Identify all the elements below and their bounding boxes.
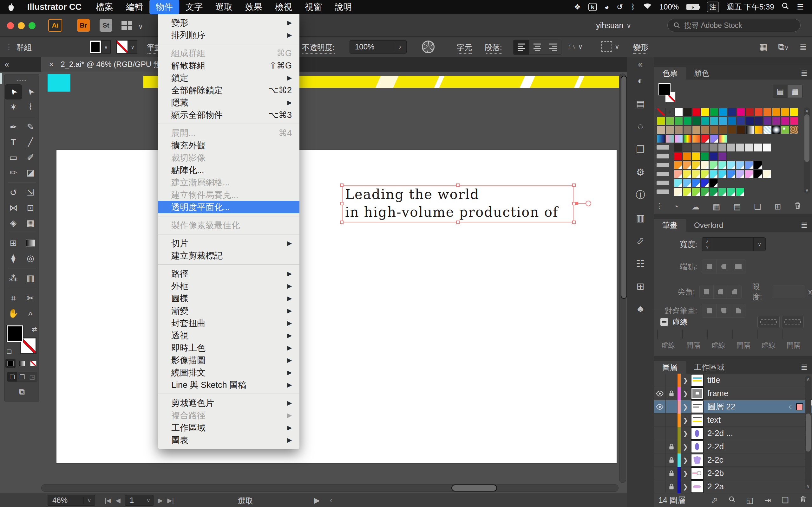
swatch[interactable] <box>745 108 754 116</box>
gradient-tool[interactable] <box>22 235 39 250</box>
swatch[interactable] <box>781 117 790 125</box>
scale-tool[interactable]: ⇲ <box>22 185 39 200</box>
object-menu-item[interactable]: 圖表▶ <box>158 434 299 446</box>
swatch[interactable] <box>665 134 674 143</box>
swatch[interactable] <box>692 187 700 196</box>
object-menu-item[interactable]: 顯示全部物件⌥⌘3 <box>158 109 299 121</box>
layer-row[interactable]: ❯2-2c○ <box>654 453 812 467</box>
layer-lock-toggle[interactable] <box>666 440 677 453</box>
tab-stroke[interactable]: 筆畫 <box>654 219 686 232</box>
miter-join-button[interactable] <box>700 285 714 298</box>
new-color-group-icon[interactable]: ❏ <box>754 202 761 211</box>
dropbox-icon[interactable]: ❖ <box>574 3 581 11</box>
round-join-button[interactable] <box>714 285 728 298</box>
screen-mode-button[interactable]: ⧉ <box>5 387 39 397</box>
opacity-field[interactable]: 100%› <box>350 40 407 54</box>
tab-overlord[interactable]: Overlord <box>686 219 731 232</box>
window-zoom-button[interactable] <box>29 22 36 29</box>
layer-expand-icon[interactable]: ❯ <box>681 377 690 384</box>
swatch[interactable] <box>683 108 692 116</box>
swatch[interactable] <box>772 108 780 116</box>
menubar-item[interactable]: 檔案 <box>90 0 119 14</box>
swatch[interactable] <box>719 108 727 116</box>
swatch[interactable] <box>701 108 710 116</box>
layer-visibility-toggle[interactable] <box>654 413 666 427</box>
swatch[interactable] <box>718 143 727 152</box>
swatch[interactable] <box>736 143 745 152</box>
layer-thumbnail[interactable] <box>692 468 703 479</box>
swatch[interactable] <box>657 125 665 134</box>
layer-thumbnail[interactable] <box>692 454 703 466</box>
swatches-fill-stroke-proxy[interactable] <box>658 83 679 104</box>
swatch[interactable] <box>674 170 682 178</box>
cyan-rectangle-object[interactable] <box>48 74 70 92</box>
swatch[interactable] <box>728 108 736 116</box>
color-mode-button[interactable] <box>5 359 15 368</box>
hand-tool[interactable]: ✋ <box>5 306 22 321</box>
swatch[interactable] <box>737 125 745 134</box>
swatch[interactable] <box>682 161 691 170</box>
object-menu-item[interactable]: 漸變▶ <box>158 304 299 317</box>
perspective-grid-tool[interactable]: ▦ <box>22 216 39 231</box>
swatch[interactable] <box>745 125 754 134</box>
swatch[interactable] <box>719 117 727 125</box>
swatch[interactable] <box>692 179 700 187</box>
layer-row[interactable]: ❯frame○ <box>654 387 812 400</box>
swatch[interactable] <box>682 170 691 178</box>
menubar-item[interactable]: 說明 <box>328 0 358 14</box>
swatch[interactable] <box>790 117 798 125</box>
line-segment-tool[interactable]: ╱ <box>22 135 39 150</box>
transform-panel-link[interactable]: 變形 <box>633 43 648 54</box>
graphic-styles-panel-icon[interactable]: ▥ <box>627 206 654 229</box>
swatch[interactable] <box>683 117 692 125</box>
tab-swatches[interactable]: 色票 <box>654 67 686 79</box>
swatch[interactable] <box>674 117 683 125</box>
column-graph-tool[interactable]: ▥ <box>22 271 39 286</box>
object-menu-item[interactable]: 即時上色▶ <box>158 342 299 354</box>
swatch[interactable] <box>700 170 709 178</box>
zoom-tool[interactable]: ⌕ <box>22 306 39 321</box>
notification-center-icon[interactable]: ☰ <box>797 3 804 11</box>
layer-visibility-toggle[interactable] <box>654 387 666 400</box>
zoom-level-field[interactable]: 46%∨ <box>48 495 95 506</box>
layer-expand-icon[interactable]: ❯ <box>681 483 690 491</box>
arrange-documents-icon[interactable] <box>121 21 135 31</box>
rectangle-tool[interactable]: ▭ <box>5 150 22 165</box>
bluetooth-icon[interactable]: ᛒ <box>630 3 635 11</box>
toolbar-drag-handle[interactable]: •••• <box>5 78 39 83</box>
object-menu-item[interactable]: 路徑▶ <box>158 268 299 280</box>
menubar-item[interactable]: 效果 <box>239 0 269 14</box>
paintbrush-tool[interactable]: ✐ <box>22 150 39 165</box>
object-menu-item[interactable]: 切片▶ <box>158 237 299 249</box>
color-group-folder-icon[interactable] <box>657 189 669 194</box>
butt-cap-button[interactable] <box>702 260 716 273</box>
object-menu-item[interactable]: 擴充外觀 <box>158 139 299 152</box>
color-group-folder-icon[interactable] <box>657 154 669 158</box>
swatch[interactable] <box>674 134 683 143</box>
selection-tool[interactable]: ➤ <box>5 84 22 100</box>
swatch[interactable] <box>674 143 682 152</box>
swatch[interactable] <box>763 117 772 125</box>
window-close-button[interactable] <box>7 22 14 29</box>
brushes-panel-icon[interactable]: ◌ <box>627 115 654 138</box>
object-menu-item[interactable]: 圖樣▶ <box>158 292 299 304</box>
swatch[interactable] <box>692 125 701 134</box>
layer-row[interactable]: ❯2-2b○ <box>654 467 812 480</box>
free-transform-tool[interactable]: ⊡ <box>22 200 39 216</box>
delete-layer-icon[interactable] <box>794 495 812 505</box>
tab-close-icon[interactable]: × <box>49 60 54 69</box>
swatch[interactable] <box>692 117 701 125</box>
swatch[interactable]: ⌖ <box>665 108 674 116</box>
fill-color-control[interactable]: ∨ <box>90 40 111 54</box>
layer-visibility-toggle[interactable] <box>654 374 666 387</box>
type-tool[interactable]: T <box>5 135 22 150</box>
grid-view-button[interactable]: ▦ <box>788 85 802 98</box>
none-mode-button[interactable] <box>28 359 38 368</box>
swatch[interactable] <box>674 108 683 116</box>
swatch[interactable] <box>665 117 674 125</box>
layer-thumbnail[interactable] <box>692 428 703 439</box>
layer-visibility-toggle[interactable] <box>654 427 666 440</box>
pen-tool[interactable]: ✒ <box>5 119 22 135</box>
color-group-folder-icon[interactable] <box>657 172 669 176</box>
swatch-kinds-icon[interactable]: ▦ <box>713 202 720 211</box>
